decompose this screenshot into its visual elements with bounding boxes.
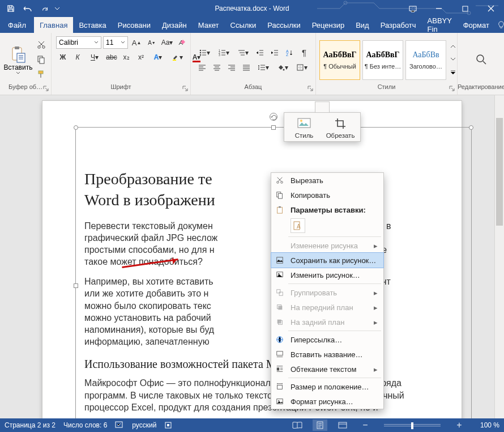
page[interactable]: Стиль Обрезать Вырезать Копировать Парам… xyxy=(42,101,462,418)
sort-button[interactable]: AZ xyxy=(283,46,296,59)
strikethrough-button[interactable]: abc xyxy=(105,51,118,63)
dialog-launcher-icon[interactable] xyxy=(307,85,314,92)
paragraph-group-label: Абзац xyxy=(245,83,262,90)
vertical-scrollbar[interactable] xyxy=(494,95,504,418)
maximize-button[interactable] xyxy=(452,0,478,17)
multilevel-list-button[interactable]: ▾ xyxy=(234,46,252,59)
resize-handle-ne[interactable] xyxy=(469,125,473,130)
close-button[interactable] xyxy=(478,0,504,17)
underline-button[interactable]: Ч▾ xyxy=(86,51,104,63)
tab-insert[interactable]: Вставка xyxy=(73,17,112,33)
qat-customize[interactable] xyxy=(53,1,61,16)
status-page[interactable]: Страница 2 из 2 xyxy=(5,421,55,429)
style-no-spacing[interactable]: АаБбВвГ¶ Без инте… xyxy=(362,40,403,80)
style-heading1[interactable]: АаБбВвЗаголово… xyxy=(405,40,446,80)
bullets-button[interactable]: ▾ xyxy=(195,46,213,59)
crop-button[interactable]: Обрезать xyxy=(326,116,354,139)
status-proofing[interactable] xyxy=(115,421,124,429)
tab-home[interactable]: Главная xyxy=(34,17,73,33)
styles-down-icon[interactable] xyxy=(450,57,456,61)
line-spacing-button[interactable]: ▾ xyxy=(254,61,272,74)
cut-button[interactable] xyxy=(35,39,48,50)
ctx-format-picture[interactable]: Формат рисунка… xyxy=(271,394,383,409)
view-read-mode[interactable] xyxy=(290,420,305,431)
font-size-combo[interactable]: 11 xyxy=(103,36,128,49)
bold-button[interactable]: Ж xyxy=(56,51,70,63)
tab-abbyy[interactable]: ABBYY Fin xyxy=(422,17,458,33)
ctx-hyperlink[interactable]: Гиперссылка… xyxy=(271,332,383,347)
paste-keep-source-button[interactable]: A xyxy=(291,218,305,233)
status-language[interactable]: русский xyxy=(132,421,156,429)
numbering-button[interactable]: 123▾ xyxy=(215,46,233,59)
status-macro[interactable] xyxy=(164,421,172,429)
ctx-edit-picture[interactable]: Изменить рисунок… xyxy=(271,268,383,282)
borders-icon xyxy=(296,63,304,71)
zoom-level[interactable]: 100 % xyxy=(475,421,499,429)
undo-button[interactable] xyxy=(19,1,36,16)
ribbon-options-button[interactable] xyxy=(400,0,426,17)
tab-file[interactable]: Файл xyxy=(0,17,34,33)
dialog-launcher-icon[interactable] xyxy=(449,85,455,92)
view-web-layout[interactable] xyxy=(335,420,350,431)
decrease-indent-button[interactable] xyxy=(253,46,267,59)
picture-style-button[interactable]: Стиль xyxy=(290,116,318,139)
status-word-count[interactable]: Число слов: 6 xyxy=(63,421,107,429)
superscript-button[interactable]: x² xyxy=(134,51,148,63)
tab-design[interactable]: Дизайн xyxy=(156,17,193,33)
font-name-combo[interactable]: Calibri xyxy=(56,36,101,49)
tab-developer[interactable]: Разработч xyxy=(375,17,422,33)
dialog-launcher-icon[interactable] xyxy=(182,85,189,92)
show-marks-button[interactable]: ¶ xyxy=(297,46,311,59)
zoom-slider-thumb[interactable] xyxy=(411,422,413,429)
increase-indent-button[interactable] xyxy=(268,46,281,59)
tab-references[interactable]: Ссылки xyxy=(225,17,262,33)
format-painter-button[interactable] xyxy=(35,69,48,80)
ctx-copy[interactable]: Копировать xyxy=(271,188,383,202)
ctx-save-as-picture[interactable]: Сохранить как рисунок… xyxy=(271,253,383,268)
shrink-font-button[interactable]: A▼ xyxy=(145,36,159,49)
styles-up-icon[interactable] xyxy=(450,44,456,49)
save-button[interactable] xyxy=(2,1,19,16)
ctx-size-position[interactable]: Размер и положение… xyxy=(271,379,383,394)
tab-view[interactable]: Вид xyxy=(350,17,375,33)
zoom-in-button[interactable]: + xyxy=(452,420,467,431)
styles-more-icon[interactable] xyxy=(450,70,456,75)
change-case-button[interactable]: Aa▾ xyxy=(160,36,174,49)
justify-button[interactable] xyxy=(240,61,253,74)
view-print-layout[interactable] xyxy=(313,420,327,431)
justify-icon xyxy=(242,63,250,71)
ctx-insert-caption[interactable]: Вставить название… xyxy=(271,347,383,362)
clear-formatting-button[interactable]: A xyxy=(176,36,189,49)
grow-font-button[interactable]: A▲ xyxy=(130,36,143,49)
style-normal[interactable]: АаБбВвГ¶ Обычный xyxy=(319,40,360,80)
align-left-button[interactable] xyxy=(195,61,209,74)
highlight-button[interactable]: ▾ xyxy=(168,51,186,63)
ctx-text-wrapping[interactable]: Обтекание текстом▸ xyxy=(271,362,383,376)
tab-draw[interactable]: Рисовани xyxy=(112,17,156,33)
italic-button[interactable]: К xyxy=(71,51,84,63)
redo-button[interactable] xyxy=(36,1,53,16)
zoom-out-button[interactable]: − xyxy=(358,420,373,431)
copy-button[interactable] xyxy=(35,54,48,65)
shading-button[interactable]: ▾ xyxy=(274,61,292,74)
ctx-cut[interactable]: Вырезать xyxy=(271,173,383,188)
borders-button[interactable]: ▾ xyxy=(293,61,311,74)
tab-format[interactable]: Формат xyxy=(458,17,495,33)
paste-button[interactable]: Вставить xyxy=(3,44,33,75)
scrollbar-thumb[interactable] xyxy=(496,118,503,226)
tell-me[interactable]: Помощ xyxy=(497,17,504,33)
align-right-button[interactable] xyxy=(225,61,238,74)
align-center-button[interactable] xyxy=(210,61,224,74)
wrap-icon xyxy=(276,365,284,373)
minimize-button[interactable] xyxy=(426,0,452,17)
tab-review[interactable]: Рецензир xyxy=(306,17,351,33)
svg-rect-46 xyxy=(277,351,283,355)
zoom-slider[interactable] xyxy=(384,424,441,426)
find-button[interactable] xyxy=(470,48,493,71)
text-effects-button[interactable]: A▾ xyxy=(149,51,167,63)
dialog-launcher-icon[interactable] xyxy=(42,85,49,92)
tab-layout[interactable]: Макет xyxy=(193,17,225,33)
proofing-icon xyxy=(115,421,124,429)
tab-mailings[interactable]: Рассылки xyxy=(262,17,306,33)
subscript-button[interactable]: x₂ xyxy=(119,51,133,63)
